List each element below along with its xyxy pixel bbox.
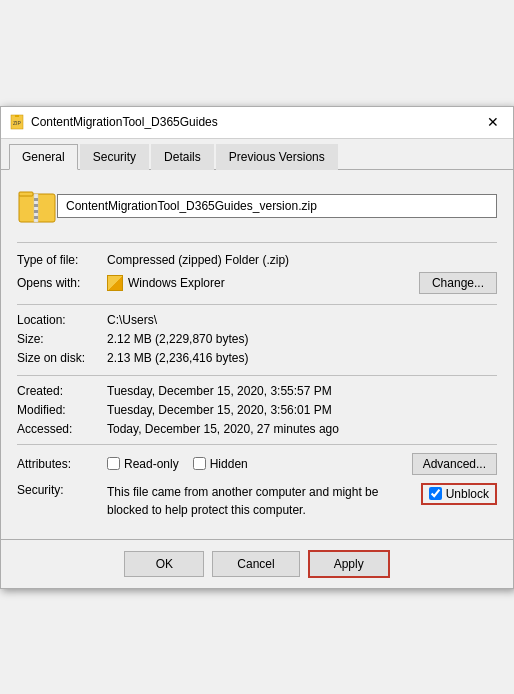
svg-rect-4 [19,192,33,196]
accessed-value: Today, December 15, 2020, 27 minutes ago [107,422,339,436]
opens-with-row: Opens with: Windows Explorer Change... [17,272,497,294]
attributes-checkboxes: Read-only Hidden Advanced... [107,453,497,475]
location-row: Location: C:\Users\ [17,313,497,327]
title-bar-title: ContentMigrationTool_D365Guides [31,115,481,129]
hidden-checkbox-item[interactable]: Hidden [193,457,248,471]
tab-bar: General Security Details Previous Versio… [1,139,513,170]
modified-row: Modified: Tuesday, December 15, 2020, 3:… [17,403,497,417]
cancel-button[interactable]: Cancel [212,551,299,577]
dates-section: Created: Tuesday, December 15, 2020, 3:5… [17,384,497,436]
size-row: Size: 2.12 MB (2,229,870 bytes) [17,332,497,346]
hidden-label: Hidden [210,457,248,471]
separator-3 [17,444,497,445]
type-value: Compressed (zipped) Folder (.zip) [107,253,289,267]
location-value: C:\Users\ [107,313,157,327]
properties-dialog: ZIP ContentMigrationTool_D365Guides ✕ Ge… [0,106,514,589]
opens-with-app: Windows Explorer [128,276,419,290]
title-bar-icon: ZIP [9,114,25,130]
modified-label: Modified: [17,403,107,417]
type-label: Type of file: [17,253,107,267]
hidden-checkbox[interactable] [193,457,206,470]
svg-rect-6 [34,198,38,201]
title-bar: ZIP ContentMigrationTool_D365Guides ✕ [1,107,513,139]
tab-previous-versions[interactable]: Previous Versions [216,144,338,170]
readonly-checkbox[interactable] [107,457,120,470]
file-name-field[interactable]: ContentMigrationTool_D365Guides_version.… [57,194,497,218]
size-value: 2.12 MB (2,229,870 bytes) [107,332,248,346]
file-header: ContentMigrationTool_D365Guides_version.… [17,186,497,226]
attributes-label: Attributes: [17,457,107,471]
location-section: Location: C:\Users\ Size: 2.12 MB (2,229… [17,313,497,365]
type-row: Type of file: Compressed (zipped) Folder… [17,253,497,267]
opens-with-label: Opens with: [17,276,107,290]
tab-security[interactable]: Security [80,144,149,170]
tab-general[interactable]: General [9,144,78,170]
separator-2 [17,375,497,376]
svg-rect-9 [34,216,38,219]
tab-details[interactable]: Details [151,144,214,170]
accessed-row: Accessed: Today, December 15, 2020, 27 m… [17,422,497,436]
modified-value: Tuesday, December 15, 2020, 3:56:01 PM [107,403,332,417]
svg-rect-1 [15,115,19,117]
size-on-disk-value: 2.13 MB (2,236,416 bytes) [107,351,248,365]
advanced-button[interactable]: Advanced... [412,453,497,475]
security-text-unblock-group: This file came from another computer and… [107,483,497,519]
change-button[interactable]: Change... [419,272,497,294]
created-value: Tuesday, December 15, 2020, 3:55:57 PM [107,384,332,398]
created-row: Created: Tuesday, December 15, 2020, 3:5… [17,384,497,398]
security-row: Security: This file came from another co… [17,483,497,519]
created-label: Created: [17,384,107,398]
explorer-icon [107,275,123,291]
size-label: Size: [17,332,107,346]
readonly-checkbox-item[interactable]: Read-only [107,457,179,471]
file-icon [17,186,57,226]
unblock-box: Unblock [421,483,497,505]
close-button[interactable]: ✕ [481,110,505,134]
accessed-label: Accessed: [17,422,107,436]
size-on-disk-row: Size on disk: 2.13 MB (2,236,416 bytes) [17,351,497,365]
svg-text:ZIP: ZIP [13,120,21,126]
security-label: Security: [17,483,107,497]
unblock-checkbox[interactable] [429,487,442,500]
size-on-disk-label: Size on disk: [17,351,107,365]
attributes-row: Attributes: Read-only Hidden Advanced... [17,453,497,475]
security-right: This file came from another computer and… [107,483,497,519]
unblock-label: Unblock [446,487,489,501]
svg-rect-8 [34,210,38,213]
tab-content: ContentMigrationTool_D365Guides_version.… [1,170,513,539]
readonly-label: Read-only [124,457,179,471]
file-info-section: Type of file: Compressed (zipped) Folder… [17,242,497,294]
location-label: Location: [17,313,107,327]
separator-1 [17,304,497,305]
apply-button[interactable]: Apply [308,550,390,578]
svg-rect-7 [34,204,38,207]
ok-button[interactable]: OK [124,551,204,577]
dialog-footer: OK Cancel Apply [1,539,513,588]
security-text: This file came from another computer and… [107,483,413,519]
